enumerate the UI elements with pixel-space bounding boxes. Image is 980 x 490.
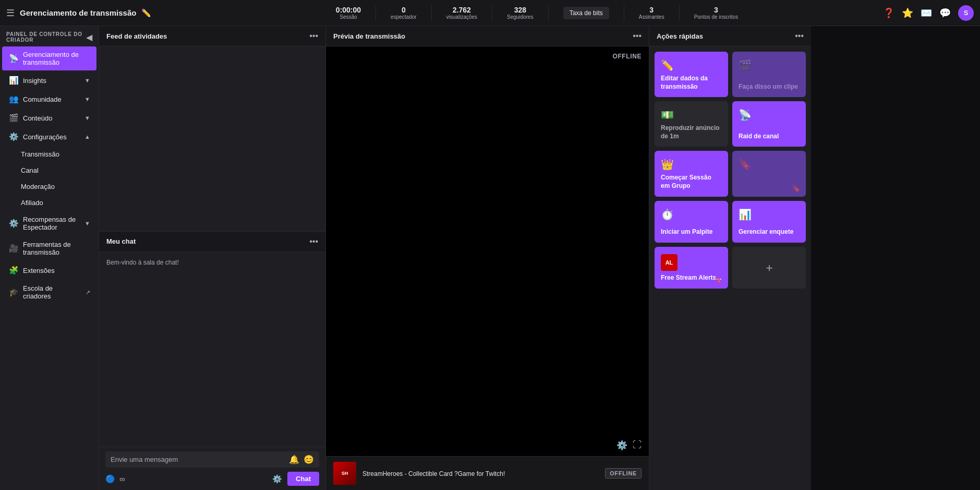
preview-panel: Prévia de transmissão ••• OFFLINE ⚙️ ⛶ S…	[326, 26, 649, 490]
sidebar-item-settings[interactable]: ⚙️ Configurações ▲	[2, 128, 96, 146]
stream-thumbnail: SH	[333, 462, 356, 485]
edit-title-icon[interactable]: ✏️	[141, 8, 151, 18]
sidebar-sub-canal[interactable]: Canal	[2, 163, 96, 178]
chat-settings-icon[interactable]: ⚙️	[272, 474, 282, 484]
feed-content	[99, 46, 325, 231]
external-link-icon: ↗	[86, 289, 90, 296]
pencil-icon: ✏️	[661, 59, 722, 71]
menu-icon[interactable]: ☰	[6, 7, 15, 19]
stat-sessao: 0:00:00 Sessão	[336, 6, 361, 20]
alerts-img-icon: AL	[661, 254, 677, 271]
sidebar-item-community[interactable]: 👥 Comunidade ▼	[2, 90, 96, 108]
squad2-corner-icon: 🔖	[792, 184, 801, 193]
chat-content: Bem-vindo à sala de chat!	[99, 252, 325, 447]
poll-icon: 📊	[739, 208, 800, 221]
offline-badge: OFFLINE	[612, 53, 642, 60]
ferramentas-icon: 🎥	[8, 244, 19, 253]
sidebar-item-escola[interactable]: 🎓 Escola de criadores ↗	[2, 280, 96, 304]
sidebar-collapse-icon[interactable]: ◀	[86, 32, 92, 42]
chat-icon[interactable]: 💬	[939, 7, 951, 19]
preview-menu-icon[interactable]: •••	[633, 31, 642, 41]
sidebar-item-extensoes[interactable]: 🧩 Extensões	[2, 261, 96, 279]
sidebar-sub-afiliado[interactable]: Afiliado	[2, 195, 96, 210]
feed-panel: Feed de atividades ••• Meu chat ••• Bem-…	[99, 26, 326, 490]
chat-input[interactable]	[111, 456, 285, 463]
sidebar-item-content[interactable]: 🎬 Conteúdo ▼	[2, 109, 96, 127]
quick-menu-icon[interactable]: •••	[795, 31, 804, 41]
settings-chevron: ▲	[84, 134, 90, 140]
qa-card-alerts[interactable]: AL Free Stream Alerts... 🔖	[655, 247, 728, 289]
preview-panel-header: Prévia de transmissão •••	[326, 26, 649, 46]
insights-icon: 📊	[8, 76, 19, 85]
chat-bottom-bar: 🔵 ∞ ⚙️ Chat	[105, 472, 319, 486]
prediction-icon: ⏱️	[661, 208, 722, 221]
stat-seguidores: 328 Seguidores	[507, 6, 534, 20]
topbar: ☰ Gerenciamento de transmissão ✏️ 0:00:0…	[0, 0, 980, 26]
chat-infinity-icon[interactable]: ∞	[119, 474, 125, 483]
sidebar-item-recompensas[interactable]: ⚙️ Recompensas de Espectador ▼	[2, 211, 96, 235]
qa-card-run-ad[interactable]: 💵 Reproduzir anúncio de 1m	[655, 101, 728, 147]
chat-slow-icon[interactable]: 🔵	[105, 474, 115, 484]
stat-assinantes: 3 Assinantes	[639, 6, 664, 20]
stream-info: StreamHeroes - Collectible Card ?Game fo…	[362, 469, 599, 478]
topbar-stats: 0:00:00 Sessão 0 espectador 2.762 visual…	[204, 5, 869, 21]
qa-card-squad[interactable]: 👑 Começar Sessão em Grupo	[655, 151, 728, 196]
fullscreen-icon[interactable]: ⛶	[633, 440, 642, 451]
preview-video: OFFLINE ⚙️ ⛶	[326, 46, 649, 456]
sidebar-sub-moderacao[interactable]: Moderação	[2, 179, 96, 194]
chat-input-bar: 🔔 😊 🔵 ∞ ⚙️ Chat	[99, 447, 325, 490]
taxa-bits-button[interactable]: Taxa de bits	[563, 7, 609, 19]
insights-chevron: ▼	[84, 77, 90, 83]
chat-bottom-left: 🔵 ∞	[105, 474, 125, 484]
extensoes-icon: 🧩	[8, 266, 19, 275]
recompensas-chevron: ▼	[84, 220, 90, 226]
stream-thumb-img: SH	[333, 462, 356, 485]
chat-emoji-icon[interactable]: 😊	[304, 455, 314, 464]
feed-panel-header: Feed de atividades •••	[99, 26, 325, 46]
stat-espectador: 0 espectador	[391, 6, 416, 20]
preview-controls: ⚙️ ⛶	[616, 440, 642, 451]
main-layout: PAINEL DE CONTROLE DO CRIADOR ◀ 📡 Gerenc…	[0, 26, 980, 490]
stream-mgmt-icon: 📡	[8, 54, 19, 63]
chat-send-button[interactable]: Chat	[287, 472, 319, 486]
sidebar: PAINEL DE CONTROLE DO CRIADOR ◀ 📡 Gerenc…	[0, 26, 99, 490]
feed-menu-icon[interactable]: •••	[309, 31, 318, 41]
help-icon[interactable]: ❓	[883, 7, 894, 19]
alerts-corner-icon: 🔖	[714, 276, 723, 284]
chat-menu-icon[interactable]: •••	[309, 237, 318, 246]
qa-add-card[interactable]: ＋	[732, 247, 806, 289]
avatar[interactable]: S	[958, 5, 974, 21]
chat-gift-icon[interactable]: 🔔	[289, 455, 299, 464]
stream-offline-pill: OFFLINE	[605, 468, 642, 479]
sidebar-header: PAINEL DE CONTROLE DO CRIADOR ◀	[0, 26, 99, 46]
star-icon[interactable]: ⭐	[902, 7, 913, 19]
community-icon: 👥	[8, 94, 19, 104]
qa-card-squad2[interactable]: 🔖 🔖	[732, 151, 806, 196]
mail-icon[interactable]: ✉️	[921, 7, 932, 19]
topbar-left: ☰ Gerenciamento de transmissão ✏️	[6, 7, 204, 19]
qa-card-make-clip[interactable]: 🎬 Faça disso um clipe	[732, 52, 806, 97]
quick-panel-header: Ações rápidas •••	[649, 26, 811, 46]
stat-visualizacoes: 2.762 visualizações	[446, 6, 477, 20]
plus-icon: ＋	[764, 260, 775, 276]
qa-card-raid[interactable]: 📡 Raid de canal	[732, 101, 806, 147]
film-icon: 🎬	[739, 59, 800, 71]
sidebar-item-ferramentas[interactable]: 🎥 Ferramentas de transmissão	[2, 236, 96, 260]
qa-card-edit-stream[interactable]: ✏️ Editar dados da transmissão	[655, 52, 728, 97]
sidebar-item-insights[interactable]: 📊 Insights ▼	[2, 71, 96, 89]
sidebar-item-stream-mgmt[interactable]: 📡 Gerenciamento de transmissão	[2, 46, 96, 70]
bookmark-icon: 🔖	[739, 158, 800, 171]
qa-card-poll[interactable]: 📊 Gerenciar enquete	[732, 201, 806, 243]
quick-actions-panel: Ações rápidas ••• ✏️ Editar dados da tra…	[649, 26, 811, 490]
settings-icon: ⚙️	[8, 132, 19, 141]
settings-ctrl-icon[interactable]: ⚙️	[616, 440, 627, 451]
money-icon: 💵	[661, 109, 722, 121]
chat-input-wrapper: 🔔 😊	[105, 451, 319, 468]
qa-card-prediction[interactable]: ⏱️ Iniciar um Palpite	[655, 201, 728, 243]
chat-panel-header: Meu chat •••	[99, 231, 325, 252]
content-icon: 🎬	[8, 113, 19, 123]
preview-bottom: SH StreamHeroes - Collectible Card ?Game…	[326, 456, 649, 490]
page-title: Gerenciamento de transmissão	[20, 8, 136, 17]
stat-pontos-inscritos: 3 Pontos de inscritos	[694, 6, 739, 20]
sidebar-sub-transmissao[interactable]: Transmissão	[2, 147, 96, 162]
